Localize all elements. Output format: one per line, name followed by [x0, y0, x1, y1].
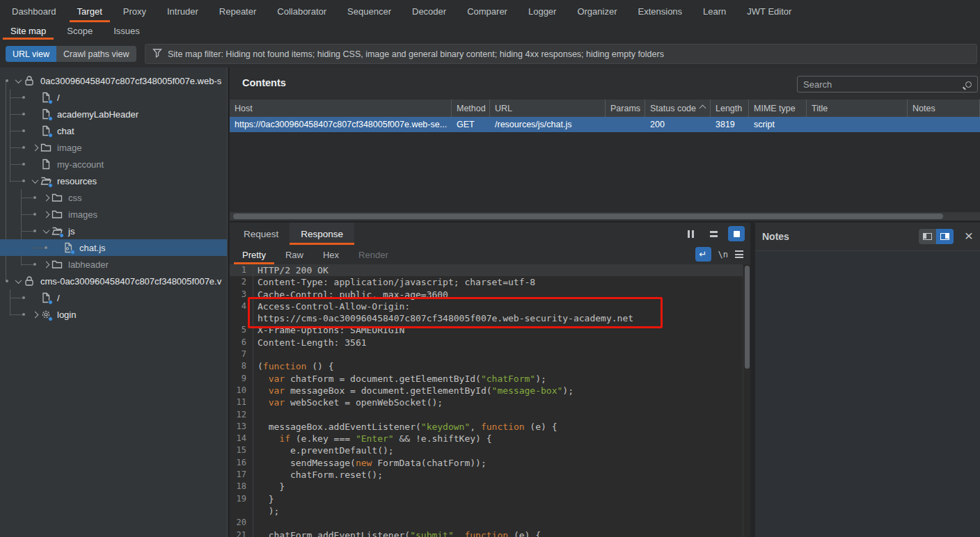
tab-raw[interactable]: Raw: [276, 245, 313, 264]
column-mime-type[interactable]: MIME type: [749, 99, 807, 117]
table-row-selected[interactable]: https://0ac300960458407c807cf348005f007e…: [230, 117, 980, 132]
code-line[interactable]: 18 }: [230, 481, 750, 492]
sitemap-node-labheader[interactable]: labheader: [0, 256, 228, 273]
tab-extensions[interactable]: Extensions: [628, 0, 693, 22]
sitemap-node-login[interactable]: login: [0, 306, 228, 323]
sitemap-filter-bar[interactable]: Site map filter: Hiding not found items;…: [145, 44, 977, 64]
code-line[interactable]: 21 chatForm.addEventListener("submit", f…: [230, 529, 750, 537]
chevron-down-icon[interactable]: [42, 227, 49, 234]
sitemap-node-chat-js[interactable]: chat.js: [0, 239, 228, 256]
sitemap-node-chat[interactable]: chat: [0, 122, 228, 139]
tab-target[interactable]: Target: [67, 0, 113, 22]
chevron-right-icon[interactable]: [42, 194, 49, 201]
close-icon[interactable]: ×: [965, 228, 973, 243]
horizontal-scrollbar[interactable]: [230, 212, 980, 221]
code-line[interactable]: 7: [230, 348, 750, 360]
sitemap-node-0ac300960458407c807cf348005f007e-web-s[interactable]: 0ac300960458407c807cf348005f007e.web-s: [0, 72, 228, 89]
tab-proxy[interactable]: Proxy: [113, 0, 157, 22]
tab-repeater[interactable]: Repeater: [209, 0, 267, 22]
sitemap-node-resources[interactable]: resources: [0, 173, 228, 189]
tree-node-dot: [22, 163, 25, 166]
sitemap-node-js[interactable]: js: [0, 223, 228, 239]
tab-intruder[interactable]: Intruder: [157, 0, 209, 22]
columns-layout-icon[interactable]: [682, 226, 699, 241]
code-line[interactable]: 9 var chatForm = document.getElementById…: [230, 373, 750, 385]
tab-collaborator[interactable]: Collaborator: [267, 0, 337, 22]
tab-sequencer[interactable]: Sequencer: [337, 0, 402, 22]
code-line[interactable]: https://cms-0ac300960458407c807cf348005f…: [230, 312, 750, 324]
editor-menu-icon[interactable]: [735, 250, 743, 258]
chevron-right-icon[interactable]: [42, 261, 49, 268]
sitemap-node-images[interactable]: images: [0, 206, 228, 223]
tab-organizer[interactable]: Organizer: [567, 0, 627, 22]
rows-layout-icon[interactable]: [705, 226, 722, 241]
chevron-down-icon[interactable]: [31, 177, 38, 184]
url-view-button[interactable]: URL view: [6, 46, 56, 62]
code-line[interactable]: 5X-Frame-Options: SAMEORIGIN: [230, 324, 750, 336]
code-line[interactable]: 12: [230, 409, 750, 421]
column-method[interactable]: Method: [452, 99, 490, 117]
tab-learn[interactable]: Learn: [693, 0, 736, 22]
column-length[interactable]: Length: [711, 99, 749, 117]
tab-comparer[interactable]: Comparer: [457, 0, 518, 22]
tab-response[interactable]: Response: [290, 223, 354, 245]
column-notes[interactable]: Notes: [908, 99, 980, 117]
code-line[interactable]: 16 sendMessage(new FormData(chatForm));: [230, 457, 750, 469]
tab-request[interactable]: Request: [232, 223, 290, 245]
chevron-down-icon[interactable]: [15, 277, 22, 284]
code-line[interactable]: 15 e.preventDefault();: [230, 444, 750, 456]
column-status-code[interactable]: Status code: [645, 99, 711, 117]
search-input[interactable]: Search: [797, 76, 978, 93]
code-line[interactable]: 10 var messageBox = document.getElementB…: [230, 385, 750, 396]
column-url[interactable]: URL: [490, 99, 606, 117]
scrollbar-thumb[interactable]: [745, 266, 750, 369]
sitemap-node-academylabheader[interactable]: academyLabHeader: [0, 106, 228, 122]
tab-dashboard[interactable]: Dashboard: [1, 0, 67, 22]
code-line[interactable]: 20: [230, 517, 750, 529]
code-line[interactable]: 3Cache-Control: public, max-age=3600: [230, 289, 750, 300]
chevron-down-icon[interactable]: [15, 77, 22, 83]
tab-pretty[interactable]: Pretty: [232, 245, 276, 264]
subtab-scope[interactable]: Scope: [56, 22, 103, 40]
sitemap-node--[interactable]: /: [0, 89, 228, 106]
column-params[interactable]: Params: [606, 99, 645, 117]
code-line[interactable]: 6Content-Length: 3561: [230, 337, 750, 348]
tab-jwt-editor[interactable]: JWT Editor: [736, 0, 802, 22]
subtab-site-map[interactable]: Site map: [0, 22, 56, 40]
vertical-scrollbar[interactable]: [743, 264, 750, 537]
code-line[interactable]: 17 chatForm.reset();: [230, 469, 750, 481]
sitemap-node-my-account[interactable]: my-account: [0, 156, 228, 173]
sitemap-node--[interactable]: /: [0, 289, 228, 306]
sitemap-node-image[interactable]: image: [0, 139, 228, 156]
code-line[interactable]: 14 if (e.key === "Enter" && !e.shiftKey)…: [230, 433, 750, 444]
tab-hex[interactable]: Hex: [313, 245, 349, 264]
split-right-layout-icon[interactable]: [936, 229, 954, 244]
show-newlines-icon[interactable]: \n: [718, 250, 728, 259]
code-line[interactable]: 4Access-Control-Allow-Origin:: [230, 300, 750, 312]
code-line[interactable]: 8(function () {: [230, 360, 750, 372]
chevron-right-icon[interactable]: [42, 211, 49, 218]
word-wrap-icon[interactable]: ↵: [695, 247, 711, 262]
code-line[interactable]: 2Content-Type: application/javascript; c…: [230, 276, 750, 288]
tab-logger[interactable]: Logger: [518, 0, 567, 22]
code-line[interactable]: );: [230, 505, 750, 517]
sitemap-node-css[interactable]: css: [0, 189, 228, 206]
tab-decoder[interactable]: Decoder: [402, 0, 457, 22]
code-line[interactable]: 11 var webSocket = openWebSocket();: [230, 396, 750, 408]
column-host[interactable]: Host: [230, 99, 452, 117]
subtab-issues[interactable]: Issues: [103, 22, 150, 40]
code-line[interactable]: 1HTTP/2 200 OK: [230, 264, 750, 276]
column-title[interactable]: Title: [807, 99, 908, 117]
tree-connector: [10, 147, 22, 148]
sitemap-tree[interactable]: 0ac300960458407c807cf348005f007e.web-s/a…: [0, 67, 228, 537]
response-editor[interactable]: 1HTTP/2 200 OK2Content-Type: application…: [230, 264, 750, 537]
scrollbar-thumb[interactable]: [233, 214, 943, 219]
sitemap-node-cms-0ac300960458407c807cf348005f007e-v[interactable]: cms-0ac300960458407c807cf348005f007e.v: [0, 273, 228, 289]
chevron-right-icon[interactable]: [31, 311, 38, 318]
single-view-layout-icon[interactable]: [728, 226, 745, 241]
code-line[interactable]: 13 messageBox.addEventListener("keydown"…: [230, 421, 750, 433]
code-line[interactable]: 19 }: [230, 493, 750, 505]
chevron-right-icon[interactable]: [31, 144, 38, 151]
split-left-layout-icon[interactable]: [919, 229, 936, 244]
crawl-paths-view-button[interactable]: Crawl paths view: [56, 46, 136, 62]
